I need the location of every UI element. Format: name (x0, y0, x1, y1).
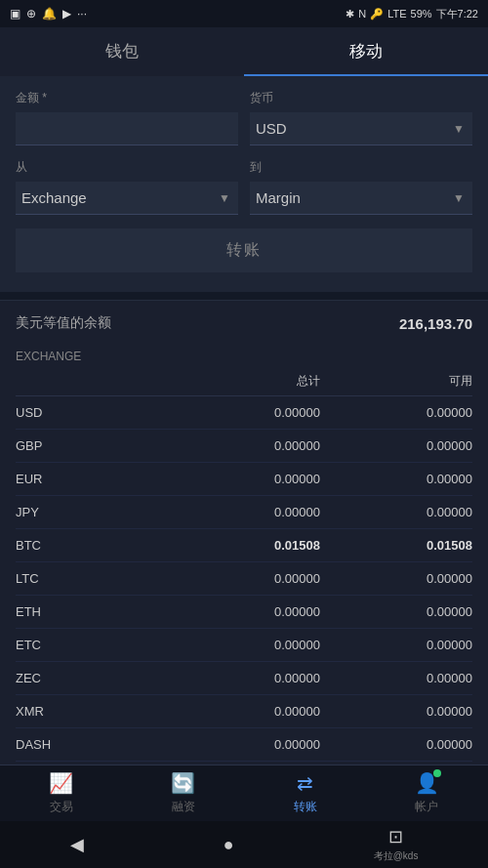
form-row-from-to: 从 Exchange ▼ 到 Margin ▼ (16, 159, 472, 215)
table-row: USD 0.00000 0.00000 (16, 396, 472, 430)
row-available: 0.00000 (320, 737, 472, 752)
balance-value: 216,193.70 (399, 315, 472, 332)
transfer-icon: ⇄ (297, 771, 313, 795)
row-available: 0.00000 (320, 604, 472, 619)
nav-item-transfer[interactable]: ⇄ 转账 (294, 771, 317, 815)
section-divider (0, 292, 488, 300)
form-group-currency: 货币 USD ▼ (250, 90, 472, 145)
status-bar-right: ✱ N 🔑 LTE 59% 下午7:22 (346, 7, 478, 21)
brand-label: 考拉@kds (374, 849, 419, 863)
status-icon-1: ▣ (10, 7, 20, 21)
bluetooth-icon: ✱ (346, 8, 354, 21)
key-icon: 🔑 (370, 8, 384, 21)
nav-label-trade: 交易 (50, 799, 73, 815)
row-available: 0.01508 (320, 538, 472, 553)
row-currency-name: EUR (16, 472, 168, 486)
row-available: 0.00000 (320, 704, 472, 719)
row-total: 0.00000 (168, 638, 320, 652)
table-row: EUR 0.00000 0.00000 (16, 463, 472, 496)
row-available: 0.00000 (320, 472, 472, 486)
lte-icon: LTE (387, 8, 406, 20)
amount-input[interactable] (16, 112, 238, 145)
status-bar-left: ▣ ⊕ 🔔 ▶ ··· (10, 7, 87, 21)
row-available: 0.00000 (320, 638, 472, 652)
table-row: GBP 0.00000 0.00000 (16, 430, 472, 463)
col-header-name (16, 373, 168, 390)
exchange-section-label: EXCHANGE (16, 342, 472, 367)
android-menu-area[interactable]: ⊡ 考拉@kds (374, 826, 419, 863)
to-value: Margin (250, 182, 472, 214)
row-currency-name: ZEC (16, 671, 168, 685)
row-total: 0.00000 (168, 737, 320, 752)
table-row: XMR 0.00000 0.00000 (16, 695, 472, 728)
form-area: 金额 * 货币 USD ▼ 从 Exchange ▼ 到 Margin ▼ (0, 76, 488, 292)
android-back-button[interactable]: ◀ (70, 834, 84, 855)
row-available: 0.00000 (320, 571, 472, 586)
status-icon-2: ⊕ (26, 7, 36, 21)
nav-label-account: 帐户 (415, 799, 438, 815)
nfc-icon: N (358, 8, 366, 20)
currency-arrow-icon: ▼ (453, 122, 465, 136)
status-bar: ▣ ⊕ 🔔 ▶ ··· ✱ N 🔑 LTE 59% 下午7:22 (0, 0, 488, 27)
row-total: 0.00000 (168, 505, 320, 519)
table-row: ETH 0.00000 0.00000 (16, 596, 472, 629)
nav-label-transfer: 转账 (294, 799, 317, 815)
row-total: 0.00000 (168, 405, 320, 420)
amount-label: 金额 * (16, 90, 238, 106)
row-available: 0.00000 (320, 405, 472, 420)
balance-label: 美元等值的余额 (16, 314, 111, 332)
row-currency-name: LTC (16, 571, 168, 586)
form-group-amount: 金额 * (16, 90, 238, 145)
row-currency-name: DASH (16, 737, 168, 752)
table-row: JPY 0.00000 0.00000 (16, 496, 472, 529)
form-group-to: 到 Margin ▼ (250, 159, 472, 215)
table-rows: USD 0.00000 0.00000 GBP 0.00000 0.00000 … (16, 396, 472, 795)
from-label: 从 (16, 159, 238, 176)
currency-select[interactable]: USD ▼ (250, 112, 472, 145)
account-icon-wrap: 👤 (415, 771, 439, 795)
to-select[interactable]: Margin ▼ (250, 182, 472, 215)
transfer-button[interactable]: 转账 (16, 228, 472, 272)
table-row: ZEC 0.00000 0.00000 (16, 662, 472, 695)
to-label: 到 (250, 159, 472, 176)
from-value: Exchange (16, 182, 238, 214)
table-row: LTC 0.00000 0.00000 (16, 562, 472, 596)
nav-item-account[interactable]: 👤 帐户 (415, 771, 439, 815)
form-group-from: 从 Exchange ▼ (16, 159, 238, 215)
row-total: 0.01508 (168, 538, 320, 553)
row-currency-name: BTC (16, 538, 168, 553)
nav-item-trade[interactable]: 📈 交易 (49, 771, 73, 815)
currency-label: 货币 (250, 90, 472, 106)
row-available: 0.00000 (320, 505, 472, 519)
currency-value: USD (250, 112, 472, 145)
bottom-nav: 📈 交易 🔄 融资 ⇄ 转账 👤 帐户 (0, 765, 488, 821)
from-select[interactable]: Exchange ▼ (16, 182, 238, 215)
funding-icon: 🔄 (171, 771, 195, 795)
tab-move[interactable]: 移动 (244, 27, 488, 76)
battery-status: 59% (411, 8, 432, 20)
row-currency-name: USD (16, 405, 168, 420)
status-icon-4: ▶ (62, 7, 71, 21)
row-total: 0.00000 (168, 671, 320, 685)
row-available: 0.00000 (320, 671, 472, 685)
table-header: 总计 可用 (16, 367, 472, 396)
table-row: DASH 0.00000 0.00000 (16, 728, 472, 762)
table-row: ETC 0.00000 0.00000 (16, 629, 472, 662)
row-currency-name: JPY (16, 505, 168, 519)
to-arrow-icon: ▼ (453, 191, 465, 205)
col-header-total: 总计 (168, 373, 320, 390)
android-home-button[interactable]: ● (224, 835, 234, 855)
android-menu-icon: ⊡ (388, 826, 403, 847)
online-dot (433, 769, 441, 777)
row-currency-name: ETH (16, 604, 168, 619)
nav-item-funding[interactable]: 🔄 融资 (171, 771, 195, 815)
status-dots: ··· (77, 7, 87, 21)
trade-icon: 📈 (49, 771, 73, 795)
row-currency-name: ETC (16, 638, 168, 652)
row-total: 0.00000 (168, 438, 320, 453)
android-nav: ◀ ● ⊡ 考拉@kds (0, 821, 488, 868)
row-total: 0.00000 (168, 704, 320, 719)
tab-wallet[interactable]: 钱包 (0, 27, 244, 76)
row-total: 0.00000 (168, 571, 320, 586)
row-currency-name: GBP (16, 438, 168, 453)
